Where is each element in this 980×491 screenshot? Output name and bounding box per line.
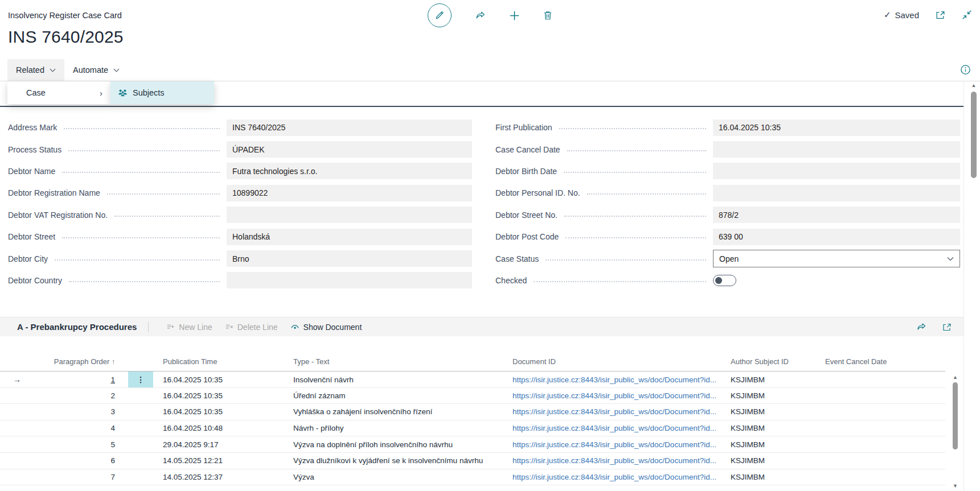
field-label: Debtor Registration Name [8, 188, 100, 197]
paragraph-order-value[interactable]: 7 [110, 473, 115, 481]
col-event-cancel-date[interactable]: Event Cancel Date [825, 357, 945, 366]
field-row-case-cancel-date: Case Cancel Date [495, 138, 960, 160]
show-document-button[interactable]: Show Document [284, 323, 368, 332]
dotted-leader [69, 281, 220, 282]
field-value[interactable]: 639 00 [713, 229, 960, 245]
paragraph-order-value[interactable]: 1 [110, 376, 115, 384]
field-value[interactable]: Holandská [227, 229, 472, 245]
field-value[interactable] [227, 207, 472, 223]
field-value[interactable]: Futra technologies s.r.o. [227, 163, 472, 179]
document-link[interactable]: https://isir.justice.cz:8443/isir_public… [512, 473, 731, 481]
dotted-leader [114, 216, 220, 217]
cell-paragraph-order[interactable]: 4 [34, 424, 118, 432]
document-link[interactable]: https://isir.justice.cz:8443/isir_public… [512, 424, 731, 432]
menu-related[interactable]: Related [7, 59, 64, 81]
add-button[interactable] [509, 10, 520, 21]
share-icon [916, 322, 927, 332]
case-status-select[interactable]: Open [713, 250, 960, 267]
part-header: A - Prebankrupcy Procedures New Line Del… [0, 317, 963, 336]
dotted-leader [564, 216, 706, 217]
field-value[interactable] [713, 163, 960, 179]
document-link[interactable]: https://isir.justice.cz:8443/isir_public… [512, 456, 731, 465]
col-publication-time[interactable]: Publication Time [163, 357, 293, 366]
cell-paragraph-order[interactable]: 2 [34, 391, 118, 400]
table-scrollbar[interactable]: ▲ ▼ [951, 373, 960, 490]
col-author-subject-id[interactable]: Author Subject ID [731, 357, 825, 366]
field-label: Case Cancel Date [495, 145, 560, 154]
table-scrollbar-thumb[interactable] [953, 382, 958, 449]
active-row-indicator-icon: → [0, 375, 34, 384]
info-button[interactable] [960, 64, 971, 75]
share-part-button[interactable] [916, 322, 927, 332]
share-button[interactable] [474, 10, 486, 20]
cell-paragraph-order[interactable]: 1 [34, 376, 118, 384]
field-value[interactable]: 10899022 [227, 185, 472, 201]
row-more-options-button[interactable]: ⋮ [128, 372, 153, 387]
menu-item-case[interactable]: Case › [7, 81, 110, 104]
cell-type-text: Výzva na doplnění příloh insolvenčního n… [293, 440, 512, 449]
field-label: Debtor Name [8, 167, 55, 176]
scroll-up-icon[interactable]: ▲ [969, 82, 978, 88]
main-scrollbar[interactable]: ▲ [969, 81, 978, 491]
new-line-label: New Line [179, 323, 212, 332]
cell-paragraph-order[interactable]: 6 [34, 456, 118, 465]
insolvency-case-card-page: Insolvency Register Case Card [0, 0, 980, 491]
scroll-up-icon[interactable]: ▲ [951, 374, 960, 380]
document-link[interactable]: https://isir.justice.cz:8443/isir_public… [512, 440, 731, 449]
open-in-new-window-button[interactable] [935, 10, 946, 20]
cell-publication-time: 16.04.2025 10:35 [163, 407, 293, 416]
select-value: Open [719, 254, 739, 263]
cell-paragraph-order[interactable]: 5 [34, 440, 118, 449]
document-link[interactable]: https://isir.justice.cz:8443/isir_public… [512, 376, 731, 384]
field-value[interactable]: ÚPADEK [227, 141, 472, 158]
table-row[interactable]: 316.04.2025 10:35Vyhláška o zahájení ins… [0, 404, 945, 420]
table-row[interactable]: 714.05.2025 12:37Výzvahttps://isir.justi… [0, 469, 945, 486]
saved-label: Saved [895, 10, 919, 20]
edit-button[interactable] [428, 3, 452, 27]
col-paragraph-order[interactable]: Paragraph Order ↑ [34, 357, 118, 366]
cell-publication-time: 16.04.2025 10:35 [163, 391, 293, 400]
field-value[interactable]: Brno [227, 250, 472, 267]
paragraph-order-value[interactable]: 2 [110, 391, 115, 400]
table-row[interactable]: 216.04.2025 10:35Úřední záznamhttps://is… [0, 388, 945, 405]
col-document-id[interactable]: Document ID [512, 357, 731, 366]
new-line-button[interactable]: New Line [160, 323, 218, 332]
field-value[interactable] [713, 185, 960, 201]
menu-item-subjects[interactable]: Subjects [110, 81, 214, 104]
menu-automate[interactable]: Automate [64, 59, 128, 81]
info-icon [960, 64, 971, 75]
paragraph-order-value[interactable]: 6 [110, 456, 115, 465]
col-paragraph-order-label: Paragraph Order [54, 357, 110, 366]
paragraph-order-value[interactable]: 4 [110, 424, 115, 432]
paragraph-order-value[interactable]: 5 [110, 440, 115, 449]
field-value[interactable]: 878/2 [713, 207, 960, 223]
table-row[interactable]: 614.05.2025 12:21Výzva dlužníkovi k vyjá… [0, 453, 945, 469]
paragraph-order-value[interactable]: 3 [110, 407, 115, 416]
field-value[interactable] [713, 141, 960, 158]
menu-item-case-label: Case [26, 88, 46, 97]
field-label: Debtor City [8, 254, 48, 263]
open-part-button[interactable] [942, 323, 952, 332]
table-row[interactable]: 529.04.2025 9:17Výzva na doplnění příloh… [0, 436, 945, 453]
col-type-text[interactable]: Type - Text [293, 357, 512, 366]
collapse-button[interactable] [962, 10, 972, 20]
delete-line-button[interactable]: Delete Line [219, 323, 284, 332]
cell-type-text: Výzva [293, 473, 512, 481]
field-value[interactable]: INS 7640/2025 [227, 119, 472, 136]
cell-paragraph-order[interactable]: 7 [34, 473, 118, 481]
dotted-leader [64, 128, 220, 129]
scroll-down-icon[interactable]: ▼ [951, 483, 960, 489]
pencil-icon [434, 10, 445, 20]
table-header-row: Paragraph Order ↑ Publication Time Type … [0, 352, 945, 372]
table-row[interactable]: →1⋮16.04.2025 10:35Insolvenční návrhhttp… [0, 372, 945, 388]
document-link[interactable]: https://isir.justice.cz:8443/isir_public… [512, 407, 731, 416]
main-scrollbar-thumb[interactable] [971, 92, 977, 178]
field-value[interactable] [227, 272, 472, 288]
document-link[interactable]: https://isir.justice.cz:8443/isir_public… [512, 391, 731, 400]
trash-icon [543, 10, 553, 20]
table-row[interactable]: 416.04.2025 10:48Návrh - přílohyhttps://… [0, 420, 945, 437]
checked-toggle[interactable] [713, 275, 736, 286]
cell-paragraph-order[interactable]: 3 [34, 407, 118, 416]
field-value[interactable]: 16.04.2025 10:35 [713, 119, 960, 136]
delete-button[interactable] [543, 10, 553, 20]
